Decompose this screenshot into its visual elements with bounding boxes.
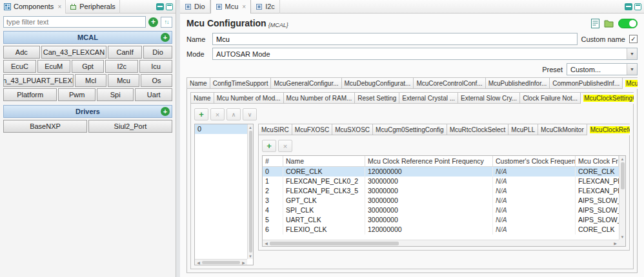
scrollbar-thumb[interactable] xyxy=(270,242,399,245)
close-icon[interactable]: × xyxy=(242,3,246,10)
move-up-button[interactable]: ∧ xyxy=(226,108,241,120)
editor-tab-mcu[interactable]: Mcu × xyxy=(210,0,252,14)
module-tab[interactable]: Mcu Number of Mod... xyxy=(214,92,284,104)
tab-peripherals[interactable]: Peripherals xyxy=(66,0,120,14)
clock-tab[interactable]: McuRtcClockSelect xyxy=(447,124,509,135)
scroll-left-icon[interactable]: ◀ xyxy=(196,260,201,265)
column-header[interactable]: Mcu Clock Reference Point Frequency xyxy=(365,156,493,166)
config-tab-mcumoduleconfiguration[interactable]: McuModuleConfigur... xyxy=(623,77,638,89)
move-down-button[interactable]: ∨ xyxy=(243,108,257,120)
preset-select[interactable]: Custom... ▼ xyxy=(567,63,638,75)
column-header[interactable]: # xyxy=(263,156,283,166)
clock-tab[interactable]: McuFXOSC xyxy=(292,124,332,135)
config-tab[interactable]: McuPublishedInfor... xyxy=(486,77,550,89)
delete-row-button[interactable]: × xyxy=(278,140,292,152)
config-tab[interactable]: ConfigTimeSupport xyxy=(210,77,272,89)
add-component-icon[interactable]: + xyxy=(148,17,158,27)
horizontal-scrollbar[interactable]: ◀ ▶ xyxy=(263,240,619,246)
mcal-add-icon[interactable]: + xyxy=(161,33,170,42)
editor-tab-i2c[interactable]: I2c xyxy=(251,0,280,14)
component-button[interactable]: Mcl xyxy=(75,74,106,87)
module-tab-mcuclocksettingconfig[interactable]: McuClockSettingCo... xyxy=(581,92,634,104)
enable-toggle[interactable] xyxy=(618,19,638,28)
clock-tab[interactable]: McuPLL xyxy=(508,124,538,135)
scrollbar-thumb[interactable] xyxy=(202,261,240,264)
minimize-icon[interactable] xyxy=(625,3,632,10)
config-tab[interactable]: CommonPublishedInf... xyxy=(550,77,623,89)
table-row[interactable]: 0 CORE_CLK 120000000 N/A CORE_CLK xyxy=(263,167,619,177)
column-header[interactable]: Customer's Clock Frequency xyxy=(493,156,576,166)
config-tab[interactable]: Name xyxy=(186,77,210,89)
horizontal-scrollbar[interactable]: ◀ ▶ xyxy=(195,259,247,265)
table-row[interactable]: 3 GPT_CLK 30000000 N/A AIPS_SLOW_CLK xyxy=(263,196,619,205)
config-tab[interactable]: McuCoreControlConf... xyxy=(414,77,485,89)
config-tab[interactable]: McuDebugConfigurat... xyxy=(342,77,414,89)
scroll-left-icon[interactable]: ◀ xyxy=(263,240,269,246)
maximize-icon[interactable] xyxy=(634,3,641,10)
scrollbar-thumb[interactable] xyxy=(249,131,252,253)
module-tab[interactable]: Clock Failure Not... xyxy=(520,92,581,104)
report-icon[interactable] xyxy=(591,19,599,28)
mode-select[interactable]: AUTOSAR Mode ▼ xyxy=(212,48,638,60)
component-button[interactable]: BaseNXP xyxy=(3,120,87,133)
component-button[interactable]: Platform xyxy=(3,88,57,101)
component-button[interactable]: Os xyxy=(141,74,172,87)
component-button[interactable]: Adc xyxy=(3,46,40,59)
clock-tab[interactable]: McuClkMonitor xyxy=(538,124,587,135)
minimize-icon[interactable] xyxy=(156,3,164,10)
component-button[interactable]: Dio xyxy=(143,46,172,59)
editor-tab-dio[interactable]: Dio xyxy=(180,0,210,14)
add-row-button[interactable]: + xyxy=(194,108,208,120)
sort-icon[interactable]: ↑↓ xyxy=(161,17,172,28)
maximize-icon[interactable] xyxy=(166,3,173,10)
name-input[interactable] xyxy=(212,33,578,45)
module-tab[interactable]: Reset Setting xyxy=(355,92,399,104)
drivers-add-icon[interactable]: + xyxy=(161,107,170,116)
scroll-right-icon[interactable]: ▶ xyxy=(241,260,247,265)
table-row[interactable]: 4 SPI_CLK 30000000 N/A AIPS_SLOW_CLK xyxy=(263,205,619,215)
folder-icon[interactable] xyxy=(604,19,614,28)
scroll-down-icon[interactable]: ▼ xyxy=(619,234,625,240)
delete-row-button[interactable]: × xyxy=(210,108,225,120)
list-item[interactable]: 0 xyxy=(195,124,247,134)
component-button[interactable]: Lin_43_LPUART_FLEXIO xyxy=(3,74,74,87)
clock-tab-mcuclockreferencepoint[interactable]: McuClockReference... xyxy=(587,124,630,135)
filter-input[interactable] xyxy=(3,16,146,28)
clock-tab[interactable]: McuCgm0SettingConfig xyxy=(373,124,447,135)
module-tab[interactable]: Mcu Number of RAM... xyxy=(284,92,356,104)
module-tab[interactable]: External Crystal ... xyxy=(399,92,458,104)
clock-tab[interactable]: McuSIRC xyxy=(258,124,292,135)
add-row-button[interactable]: + xyxy=(262,140,276,152)
table-row[interactable]: 6 FLEXIO_CLK 120000000 N/A CORE_CLK xyxy=(263,225,619,234)
scroll-up-icon[interactable]: ▲ xyxy=(248,124,254,130)
component-button[interactable]: EcuC xyxy=(3,60,36,73)
component-button[interactable]: I2c xyxy=(105,60,138,73)
component-button[interactable]: Can_43_FLEXCAN xyxy=(41,46,107,59)
table-row[interactable]: 1 FLEXCAN_PE_CLK0_2 30000000 N/A FLEXCAN… xyxy=(263,177,619,186)
tab-components[interactable]: Components × xyxy=(0,0,66,14)
table-row[interactable]: 2 FLEXCAN_PE_CLK3_5 30000000 N/A FLEXCAN… xyxy=(263,186,619,196)
scroll-up-icon[interactable]: ▲ xyxy=(619,156,625,162)
vertical-scrollbar[interactable]: ▲ ▼ xyxy=(619,156,625,240)
module-tab[interactable]: Name xyxy=(190,92,214,104)
component-button[interactable]: EcuM xyxy=(37,60,70,73)
component-button[interactable]: Spi xyxy=(97,88,134,101)
module-tab[interactable]: External Slow Cry... xyxy=(458,92,520,104)
component-button[interactable]: Uart xyxy=(135,88,172,101)
clock-tab[interactable]: McuSXOSC xyxy=(332,124,373,135)
component-button[interactable]: CanIf xyxy=(108,46,142,59)
scroll-down-icon[interactable]: ▼ xyxy=(248,253,254,259)
component-button[interactable]: Mcu xyxy=(108,74,139,87)
scrollbar-thumb[interactable] xyxy=(621,162,625,189)
close-icon[interactable]: × xyxy=(57,3,61,10)
custom-name-checkbox[interactable] xyxy=(629,35,638,43)
component-button[interactable]: Icu xyxy=(139,60,172,73)
scroll-right-icon[interactable]: ▶ xyxy=(612,240,618,246)
column-header[interactable]: Mcu Clock Frequency Select xyxy=(576,156,619,166)
component-button[interactable]: Pwm xyxy=(58,88,96,101)
component-button[interactable]: Gpt xyxy=(72,60,105,73)
column-header[interactable]: Name xyxy=(283,156,365,166)
config-tab[interactable]: McuGeneralConfigur... xyxy=(271,77,341,89)
table-row[interactable]: 5 UART_CLK 30000000 N/A AIPS_SLOW_CLK xyxy=(263,215,619,225)
component-button[interactable]: Siul2_Port xyxy=(88,120,172,133)
